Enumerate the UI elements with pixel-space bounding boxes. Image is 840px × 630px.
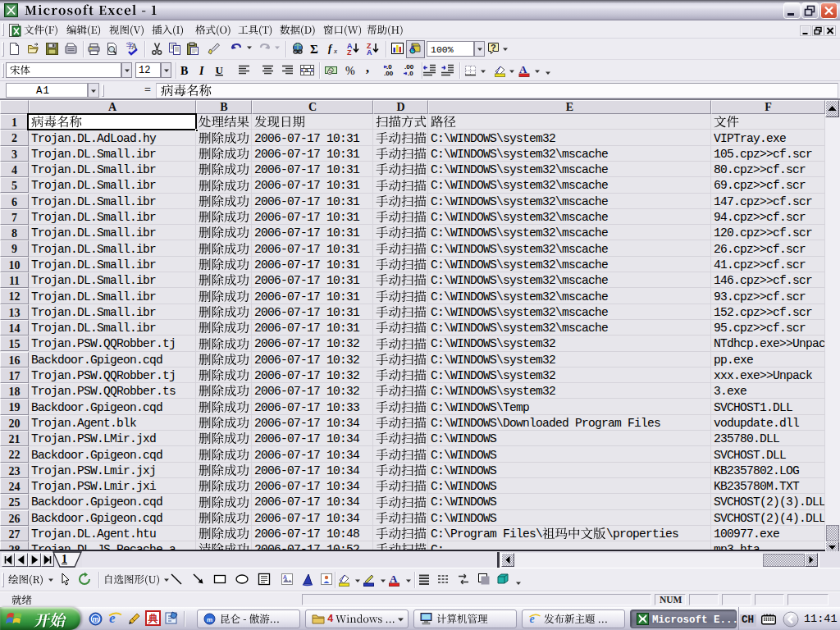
svg-text:U: U	[216, 64, 224, 76]
svg-text:.0: .0	[408, 70, 413, 77]
svg-text:a: a	[305, 66, 309, 74]
svg-text:.00: .00	[384, 70, 394, 77]
svg-text:?: ?	[491, 43, 496, 52]
svg-text:Z: Z	[347, 48, 352, 57]
svg-text:x: x	[333, 47, 337, 55]
svg-text:典: 典	[148, 613, 158, 624]
svg-text:,: ,	[366, 61, 369, 75]
svg-text:A: A	[367, 48, 372, 57]
svg-text:B: B	[180, 65, 188, 77]
svg-text:m: m	[93, 615, 99, 623]
svg-text:%: %	[345, 65, 355, 77]
svg-text:I: I	[199, 65, 204, 77]
svg-text:f: f	[328, 42, 333, 54]
svg-text:A: A	[409, 44, 415, 52]
svg-text:Σ: Σ	[310, 43, 318, 56]
svg-text:A: A	[283, 574, 287, 580]
svg-text:m: m	[207, 616, 212, 623]
